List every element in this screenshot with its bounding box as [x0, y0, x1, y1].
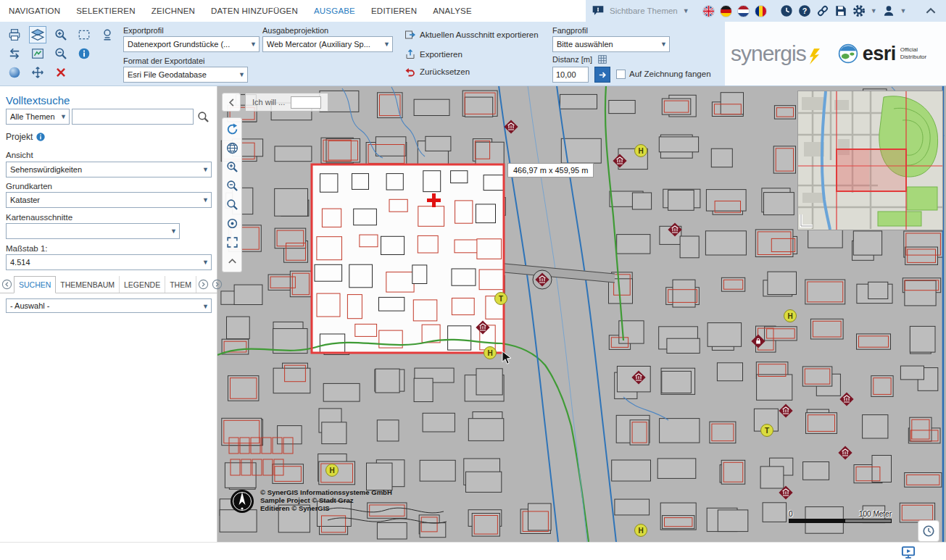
user-icon[interactable]: [882, 4, 895, 17]
help-icon[interactable]: [798, 4, 811, 17]
zoom-out-button[interactable]: [223, 177, 241, 194]
tab-them[interactable]: THEM: [165, 276, 196, 293]
export-profile-dropdown[interactable]: Datenexport Grundstücke (...▼: [123, 36, 260, 52]
basemap-dropdown[interactable]: Kataster▼: [6, 192, 212, 208]
menu-item-daten-hinzufuegen[interactable]: DATEN HINZUFÜGEN: [211, 7, 298, 15]
zoom-box-button[interactable]: [223, 196, 241, 213]
zoom-in-button[interactable]: [223, 158, 241, 175]
full-extent-button[interactable]: [223, 139, 241, 156]
select-extent-button[interactable]: [75, 26, 93, 43]
overview-map[interactable]: [797, 91, 943, 230]
svg-text:H: H: [638, 527, 643, 535]
tab-legende[interactable]: LEGENDE: [120, 276, 165, 293]
export-icon: [404, 49, 416, 60]
theme-filter-dropdown[interactable]: Alle Themen▼: [6, 109, 70, 125]
stamp-button[interactable]: [99, 26, 116, 43]
swap-tool-button[interactable]: [6, 45, 23, 62]
visible-themes-label[interactable]: Sichtbare Themen: [610, 7, 678, 15]
visible-themes-icon[interactable]: [592, 4, 605, 17]
settings-gear-icon[interactable]: [852, 4, 866, 17]
overview-extent-rectangle[interactable]: [837, 149, 906, 191]
collapse-ribbon-icon[interactable]: [924, 4, 937, 17]
map-export-tool-button[interactable]: [29, 26, 46, 43]
delete-tool-button[interactable]: [52, 64, 70, 81]
snap-profile-dropdown[interactable]: Bitte auswählen▼: [552, 36, 670, 52]
scale-dropdown[interactable]: 4.514▼: [6, 254, 212, 270]
presentation-mode-icon[interactable]: [901, 545, 916, 559]
tabs-scroll-right-icon[interactable]: [196, 276, 210, 293]
menu-item-zeichnen[interactable]: ZEICHNEN: [152, 7, 195, 15]
i-will-input[interactable]: [291, 96, 321, 109]
toolbar-collapse-icon[interactable]: [223, 252, 241, 269]
fulltext-search-input[interactable]: [72, 109, 194, 125]
map-viewport[interactable]: H H T H H H T Ich will ... 466,97: [217, 85, 946, 542]
flag-nl-icon[interactable]: [737, 5, 750, 17]
reset-action[interactable]: Zurücksetzen: [404, 66, 470, 78]
tab-themenbaum[interactable]: THEMENBAUM: [56, 276, 120, 293]
export-action[interactable]: Exportieren: [404, 49, 462, 60]
tabs-more-icon[interactable]: [210, 276, 224, 293]
scale-start-label: 0: [789, 510, 793, 518]
view-dropdown[interactable]: Sehenswürdigkeiten▼: [6, 162, 212, 177]
export-format-dropdown[interactable]: Esri File Geodatabase▼: [123, 67, 248, 83]
synergis-logo: synergis: [731, 43, 822, 64]
time-themes-icon[interactable]: [780, 4, 793, 17]
extent-size-tooltip: 466,97 m x 459,95 m: [507, 163, 594, 177]
project-info-icon[interactable]: [36, 132, 46, 142]
report-tool-button[interactable]: [29, 45, 46, 62]
fullscreen-button[interactable]: [223, 233, 241, 251]
distance-input[interactable]: [552, 67, 589, 83]
ausgabe-ribbon: Exportprofil Datenexport Grundstücke (..…: [0, 22, 946, 86]
map-extents-dropdown[interactable]: ▼: [6, 223, 180, 239]
save-icon[interactable]: [834, 4, 847, 17]
esri-globe-icon: [838, 43, 858, 64]
project-label: Projekt: [6, 132, 33, 142]
export-profile-label: Exportprofil: [123, 26, 164, 35]
fulltext-search-title[interactable]: Volltextsuche: [6, 94, 70, 106]
menu-item-selektieren[interactable]: SELEKTIEREN: [76, 7, 135, 15]
snap-drawing-checkbox[interactable]: [616, 70, 626, 79]
logo-area: synergis esri OfficialDistributor: [725, 22, 946, 85]
pan-tool-button[interactable]: [29, 64, 46, 81]
center-map-button[interactable]: [223, 214, 241, 232]
tabs-scroll-left-icon[interactable]: [0, 276, 14, 293]
menu-item-navigation[interactable]: NAVIGATION: [9, 7, 60, 15]
svg-text:H: H: [329, 467, 334, 475]
menu-item-analyse[interactable]: ANALYSE: [433, 7, 472, 15]
time-slider-button[interactable]: [918, 520, 939, 542]
globe-3d-button[interactable]: [6, 64, 23, 81]
apply-distance-button[interactable]: [594, 67, 610, 83]
distance-label: Distanz [m]: [552, 55, 592, 64]
flag-ro-icon[interactable]: [755, 5, 767, 17]
flag-de-icon[interactable]: [720, 5, 732, 17]
i-will-search-box[interactable]: Ich will ...: [245, 93, 328, 112]
menu-item-editieren[interactable]: EDITIEREN: [371, 7, 417, 15]
share-link-icon[interactable]: [816, 4, 829, 17]
visible-themes-caret-icon: ▼: [683, 8, 689, 14]
info-tool-button[interactable]: [75, 45, 93, 62]
svg-text:H: H: [487, 349, 492, 357]
projection-dropdown[interactable]: Web Mercator (Auxiliary Sp...▼: [262, 36, 393, 52]
menu-bar-right: Sichtbare Themen ▼ ▼ ▼: [586, 0, 946, 22]
view-label: Ansicht: [6, 151, 33, 159]
tab-suchen[interactable]: SUCHEN: [14, 276, 56, 293]
zoom-out-tool-button[interactable]: [52, 45, 70, 62]
svg-text:H: H: [638, 147, 643, 155]
zoom-in-tool-button[interactable]: [52, 26, 70, 43]
print-button[interactable]: [6, 26, 23, 43]
search-selection-dropdown[interactable]: - Auswahl -▼: [6, 298, 212, 313]
status-strip: [0, 542, 946, 560]
snap-profile-label: Fangprofil: [552, 26, 588, 35]
sidebar-panel: Volltextsuche Alle Themen▼ Projekt Ansic…: [0, 85, 217, 542]
refresh-map-button[interactable]: [223, 120, 241, 138]
copyright-block: © SynerGIS Informationssysteme GmbH Samp…: [229, 488, 392, 514]
user-caret-icon: ▼: [900, 8, 907, 14]
flag-uk-icon[interactable]: [702, 5, 715, 17]
menu-bar: NAVIGATION SELEKTIEREN ZEICHNEN DATEN HI…: [0, 0, 946, 22]
sidebar-collapse-button[interactable]: [222, 93, 241, 112]
svg-text:H: H: [787, 312, 792, 320]
export-extent-action[interactable]: Aktuellen Ausschnitt exportieren: [404, 29, 539, 41]
search-button[interactable]: [197, 111, 209, 123]
menu-item-ausgabe[interactable]: AUSGABE: [314, 7, 355, 15]
distance-grid-icon[interactable]: [597, 54, 607, 64]
